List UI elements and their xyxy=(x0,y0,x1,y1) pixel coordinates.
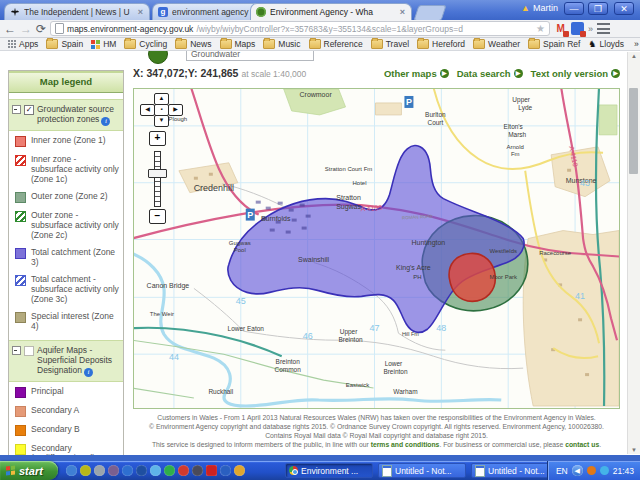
restore-button[interactable]: ❐ xyxy=(588,2,608,15)
zoom-slider-track[interactable] xyxy=(154,151,161,207)
legend-group-1: Aquifer Maps - Superficial Deposits Desi… xyxy=(9,340,123,382)
quicklaunch-icon-5[interactable] xyxy=(122,465,133,476)
info-icon[interactable]: i xyxy=(84,368,93,377)
mail-extension-icon[interactable]: M xyxy=(554,22,567,35)
zoom-slider-handle[interactable] xyxy=(148,169,167,178)
text-only-version-link[interactable]: Text only version▶ xyxy=(531,68,620,79)
extension-icon[interactable] xyxy=(571,22,584,35)
bookmark-reference[interactable]: Reference xyxy=(306,39,366,49)
notepad-icon xyxy=(382,465,392,477)
quicklaunch-icon-4[interactable] xyxy=(108,465,119,476)
apps-shortcut[interactable]: Apps xyxy=(4,39,41,49)
quicklaunch-icon-2[interactable] xyxy=(80,465,91,476)
apps-grid-icon xyxy=(7,40,16,49)
hide-icons-chevron[interactable]: ◀ xyxy=(572,465,583,476)
quicklaunch-icon-6[interactable] xyxy=(136,465,147,476)
back-icon[interactable]: ← xyxy=(4,22,16,36)
map-grid-number: 48 xyxy=(436,323,446,333)
tab-environment-agency[interactable]: Environment Agency - Wha × xyxy=(250,3,412,20)
legend-item-label: Principal xyxy=(31,386,64,396)
tray-icon-2[interactable] xyxy=(600,466,609,475)
close-button[interactable]: ✕ xyxy=(614,2,634,15)
taskbar-button-3[interactable]: Untitled - Not... xyxy=(471,463,559,478)
map-place-label: Swainshill xyxy=(298,256,329,263)
bookmark-news[interactable]: News xyxy=(172,39,214,49)
go-button[interactable] xyxy=(148,51,168,64)
zoom-in-button[interactable]: + xyxy=(149,131,166,146)
footer-link[interactable]: contact us xyxy=(565,441,599,448)
new-tab-button[interactable] xyxy=(413,5,446,21)
info-icon[interactable]: i xyxy=(101,117,110,126)
legend-group-label: Groundwater source protection zonesi xyxy=(37,104,120,126)
tray-icon-1[interactable] xyxy=(587,466,596,475)
minimize-button[interactable]: — xyxy=(564,2,584,15)
data-search-link[interactable]: Data search▶ xyxy=(457,68,523,79)
map-grid-number: 46 xyxy=(303,331,313,341)
quicklaunch-icon-13[interactable] xyxy=(234,465,245,476)
address-bar[interactable]: maps.environment-agency.gov.uk /wiyby/wi… xyxy=(50,21,550,36)
chrome-icon xyxy=(289,466,298,475)
bookmark-lloyds[interactable]: ♞Lloyds xyxy=(585,39,627,49)
map-grid-number: 45 xyxy=(236,296,246,306)
bookmark-weather[interactable]: Weather xyxy=(470,39,523,49)
map-place-label: Common xyxy=(275,366,302,373)
menu-icon[interactable] xyxy=(597,22,610,35)
reload-icon[interactable]: ⟳ xyxy=(36,22,46,36)
pan-right-button[interactable]: ▶ xyxy=(168,104,183,116)
tab-independent[interactable]: The Independent | News | U × xyxy=(4,3,150,20)
coordinates-readout: X: 347,072;Y: 241,865at scale 1:40,000 xyxy=(133,67,306,79)
legend-item-label: Total catchment - subsurface activity on… xyxy=(31,274,120,304)
bookmark-star-icon[interactable]: ★ xyxy=(536,23,545,34)
taskbar-button-1[interactable]: Environment ... xyxy=(285,463,373,478)
forward-icon[interactable]: → xyxy=(20,22,32,36)
bookmark-items: SpainHMCyclingNewsMapsMusicReferenceTrav… xyxy=(43,39,627,49)
profile-button[interactable]: ▲ Martin xyxy=(521,3,558,13)
quicklaunch-icon-3[interactable] xyxy=(94,465,105,476)
extensions-overflow-icon[interactable]: » xyxy=(588,24,593,34)
other-maps-link[interactable]: Other maps▶ xyxy=(384,68,449,79)
close-tab-icon[interactable]: × xyxy=(399,7,406,17)
language-indicator[interactable]: EN xyxy=(556,466,568,476)
layer-checkbox[interactable]: ✓ xyxy=(24,105,34,115)
bookmarks-overflow[interactable]: » xyxy=(631,39,640,49)
bookmark-cycling[interactable]: Cycling xyxy=(121,39,170,49)
bookmark-travel[interactable]: Travel xyxy=(368,39,412,49)
quicklaunch-icon-8[interactable] xyxy=(164,465,175,476)
folder-icon xyxy=(263,39,275,49)
map-place-label: Hotel xyxy=(353,180,367,186)
pan-left-button[interactable]: ◀ xyxy=(140,104,155,116)
task-button-label: Environment ... xyxy=(301,466,358,476)
bookmark-music[interactable]: Music xyxy=(260,39,303,49)
browser-toolbar: ← → ⟳ maps.environment-agency.gov.uk /wi… xyxy=(0,20,640,38)
bookmark-spain[interactable]: Spain xyxy=(43,39,86,49)
quicklaunch-icon-11[interactable] xyxy=(206,465,217,476)
layer-checkbox[interactable] xyxy=(24,346,34,356)
quicklaunch-icon-9[interactable] xyxy=(178,465,189,476)
collapse-icon[interactable] xyxy=(12,105,21,114)
zoom-out-button[interactable]: − xyxy=(149,209,166,224)
scroll-up-icon[interactable]: ▲ xyxy=(628,53,640,59)
footer-link[interactable]: terms and conditions xyxy=(371,441,440,448)
taskbar-button-2[interactable]: Untitled - Not... xyxy=(378,463,466,478)
map-viewport[interactable]: P P CrowmoorCredenhillThe PloughStratton… xyxy=(133,88,620,409)
start-button[interactable]: start xyxy=(0,461,58,480)
bookmark-spain-ref[interactable]: Spain Ref xyxy=(525,39,583,49)
map-place-label: Lower Eaton xyxy=(228,325,265,332)
layer-select[interactable]: Groundwater xyxy=(186,51,314,61)
collapse-icon[interactable] xyxy=(12,346,21,355)
legend-item: Total catchment - subsurface activity on… xyxy=(9,270,123,307)
task-button-label: Untitled - Not... xyxy=(395,466,452,476)
scrollbar-thumb[interactable] xyxy=(629,88,638,174)
quicklaunch-icon-7[interactable] xyxy=(150,465,161,476)
vertical-scrollbar[interactable]: ▲ ▼ xyxy=(627,52,640,454)
quicklaunch-icon-1[interactable] xyxy=(66,465,77,476)
bookmark-hm[interactable]: HM xyxy=(88,39,119,49)
bookmark-hereford[interactable]: Hereford xyxy=(414,39,468,49)
bookmark-maps[interactable]: Maps xyxy=(217,39,259,49)
legend-group-0: ✓Groundwater source protection zonesi xyxy=(9,99,123,131)
pan-down-button[interactable]: ▼ xyxy=(154,115,169,127)
quicklaunch-icon-12[interactable] xyxy=(220,465,231,476)
close-tab-icon[interactable]: × xyxy=(137,7,144,17)
scroll-down-icon[interactable]: ▼ xyxy=(628,447,640,453)
quicklaunch-icon-10[interactable] xyxy=(192,465,203,476)
